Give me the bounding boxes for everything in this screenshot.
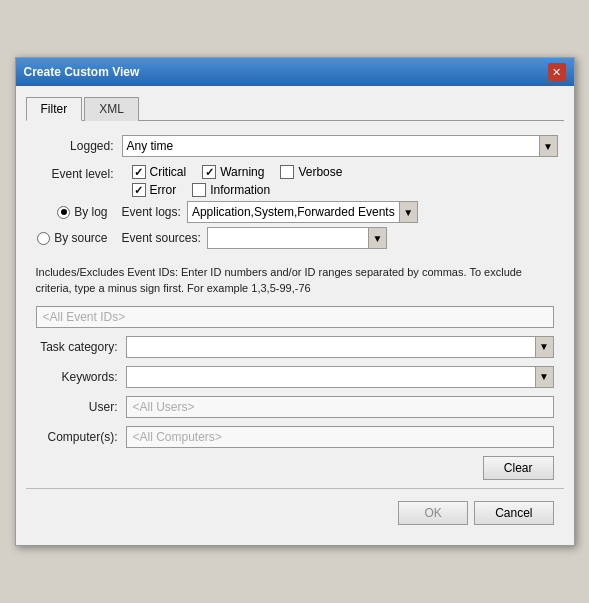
verbose-checkbox[interactable]	[280, 165, 294, 179]
keywords-wrapper: ▼	[126, 366, 554, 388]
task-category-wrapper: ▼	[126, 336, 554, 358]
checkbox-verbose[interactable]: Verbose	[280, 165, 342, 179]
keywords-select[interactable]: ▼	[126, 366, 554, 388]
computer-label: Computer(s):	[36, 430, 126, 444]
event-ids-placeholder: <All Event IDs>	[43, 310, 126, 324]
title-bar: Create Custom View ✕	[16, 58, 574, 86]
cancel-button[interactable]: Cancel	[474, 501, 553, 525]
clear-row: Clear	[26, 456, 564, 480]
tab-filter[interactable]: Filter	[26, 97, 83, 121]
checkbox-warning[interactable]: Warning	[202, 165, 264, 179]
by-log-radio[interactable]	[57, 206, 70, 219]
event-level-row: Event level: Critical Warning	[32, 165, 558, 197]
by-source-label: By source	[54, 231, 107, 245]
by-source-row: By source Event sources: ▼	[32, 227, 558, 249]
user-input-wrapper: <All Users>	[126, 396, 554, 418]
computer-row: Computer(s): <All Computers>	[26, 426, 564, 448]
event-level-checkboxes: Critical Warning Verbose	[132, 165, 359, 197]
close-button[interactable]: ✕	[548, 63, 566, 81]
bottom-buttons: OK Cancel	[26, 495, 564, 535]
event-logs-select[interactable]: Application,System,Forwarded Events ▼	[187, 201, 418, 223]
tab-bar: Filter XML	[26, 96, 564, 121]
user-placeholder: <All Users>	[133, 400, 195, 414]
warning-checkbox[interactable]	[202, 165, 216, 179]
critical-checkbox[interactable]	[132, 165, 146, 179]
task-category-row: Task category: ▼	[26, 336, 564, 358]
event-sources-select[interactable]: ▼	[207, 227, 387, 249]
tab-xml[interactable]: XML	[84, 97, 139, 121]
event-logs-arrow[interactable]: ▼	[399, 202, 417, 222]
task-category-label: Task category:	[36, 340, 126, 354]
event-level-label: Event level:	[32, 165, 122, 181]
event-sources-arrow[interactable]: ▼	[368, 228, 386, 248]
logged-value: Any time	[123, 136, 539, 156]
computer-input[interactable]: <All Computers>	[126, 426, 554, 448]
computer-placeholder: <All Computers>	[133, 430, 222, 444]
critical-label: Critical	[150, 165, 187, 179]
keywords-label: Keywords:	[36, 370, 126, 384]
by-log-row: By log Event logs: Application,System,Fo…	[32, 201, 558, 223]
description-text: Includes/Excludes Event IDs: Enter ID nu…	[26, 259, 564, 302]
event-sources-label: Event sources:	[122, 231, 201, 245]
keywords-value	[127, 367, 535, 387]
task-category-arrow[interactable]: ▼	[535, 337, 553, 357]
keywords-row: Keywords: ▼	[26, 366, 564, 388]
task-category-value	[127, 337, 535, 357]
clear-button[interactable]: Clear	[483, 456, 554, 480]
logged-row: Logged: Any time ▼	[32, 135, 558, 157]
separator	[26, 488, 564, 489]
filter-form: Logged: Any time ▼ Event level: Critical	[26, 131, 564, 259]
task-category-select[interactable]: ▼	[126, 336, 554, 358]
logged-select[interactable]: Any time ▼	[122, 135, 558, 157]
event-ids-section: <All Event IDs>	[26, 302, 564, 336]
checkbox-information[interactable]: Information	[192, 183, 270, 197]
by-log-radio-col: By log	[32, 205, 122, 219]
create-custom-view-dialog: Create Custom View ✕ Filter XML Logged: …	[15, 57, 575, 546]
information-checkbox[interactable]	[192, 183, 206, 197]
event-logs-section: Event logs: Application,System,Forwarded…	[122, 201, 558, 223]
user-row: User: <All Users>	[26, 396, 564, 418]
verbose-label: Verbose	[298, 165, 342, 179]
event-sources-section: Event sources: ▼	[122, 227, 558, 249]
checkbox-error[interactable]: Error	[132, 183, 177, 197]
user-input[interactable]: <All Users>	[126, 396, 554, 418]
computer-input-wrapper: <All Computers>	[126, 426, 554, 448]
event-ids-input[interactable]: <All Event IDs>	[36, 306, 554, 328]
event-logs-value: Application,System,Forwarded Events	[188, 202, 399, 222]
logged-label: Logged:	[32, 139, 122, 153]
warning-label: Warning	[220, 165, 264, 179]
event-sources-value	[208, 228, 368, 248]
dialog-body: Filter XML Logged: Any time ▼ Event leve…	[16, 86, 574, 545]
checkbox-critical[interactable]: Critical	[132, 165, 187, 179]
user-label: User:	[36, 400, 126, 414]
ok-button[interactable]: OK	[398, 501, 468, 525]
event-logs-label: Event logs:	[122, 205, 181, 219]
dialog-title: Create Custom View	[24, 65, 140, 79]
error-label: Error	[150, 183, 177, 197]
by-log-label: By log	[74, 205, 107, 219]
information-label: Information	[210, 183, 270, 197]
logged-dropdown-arrow[interactable]: ▼	[539, 136, 557, 156]
error-checkbox[interactable]	[132, 183, 146, 197]
by-source-radio[interactable]	[37, 232, 50, 245]
keywords-arrow[interactable]: ▼	[535, 367, 553, 387]
by-source-radio-col: By source	[32, 231, 122, 245]
